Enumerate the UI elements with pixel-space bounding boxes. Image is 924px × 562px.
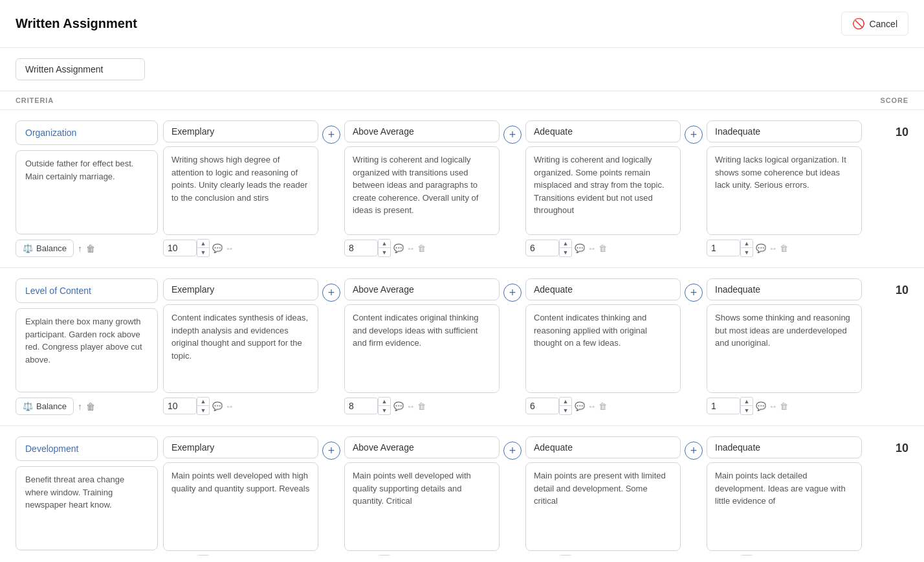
score-input[interactable] — [525, 398, 559, 414]
score-input[interactable] — [344, 240, 378, 256]
add-rating-button-2[interactable]: + — [503, 442, 522, 460]
criteria-name-box: Organization — [16, 120, 158, 145]
score-stepper: ▲ ▼ — [740, 555, 753, 556]
rating-description: Content indicates thinking and reasoning… — [525, 304, 681, 393]
comment-icon[interactable]: 💬 — [393, 401, 404, 411]
trash-icon[interactable]: 🗑 — [86, 243, 95, 254]
arrows-icon[interactable]: ↔ — [225, 243, 234, 253]
criteria-cell-level-of-content: Level of Content Explain there box many … — [16, 278, 158, 415]
delete-rating-icon[interactable]: 🗑 — [780, 401, 788, 411]
stepper-down[interactable]: ▼ — [378, 406, 391, 415]
rating-description: Writing is coherent and logically organi… — [525, 146, 681, 235]
delete-rating-icon[interactable]: 🗑 — [599, 401, 607, 411]
stepper-up[interactable]: ▲ — [378, 555, 391, 556]
score-input[interactable] — [707, 240, 740, 256]
rating-card-above-average: Above Average Main points well developed… — [344, 436, 500, 556]
add-rating-button-1[interactable]: + — [322, 126, 340, 144]
score-stepper: ▲ ▼ — [559, 555, 572, 556]
criterion-row-development: Development Benefit threat area change w… — [0, 426, 924, 556]
stepper-down[interactable]: ▼ — [197, 406, 210, 415]
rating-header: Adequate — [525, 436, 681, 458]
add-rating-button-2[interactable]: + — [503, 284, 522, 302]
rating-header: Inadequate — [707, 278, 862, 300]
criteria-name: Development — [25, 444, 79, 454]
stepper-up[interactable]: ▲ — [559, 239, 572, 248]
stepper-up[interactable]: ▲ — [559, 555, 572, 556]
arrows-icon[interactable]: ↔ — [588, 401, 596, 411]
arrows-icon[interactable]: ↔ — [769, 401, 777, 411]
delete-rating-icon[interactable]: 🗑 — [599, 243, 607, 253]
add-rating-button-2[interactable]: + — [503, 126, 522, 144]
rating-description: Writing lacks logical organization. It s… — [707, 146, 862, 235]
stepper-up[interactable]: ▲ — [378, 397, 391, 406]
comment-icon[interactable]: 💬 — [575, 401, 585, 411]
add-rating-button-3[interactable]: + — [685, 442, 703, 460]
score-input-group: ▲ ▼ — [344, 239, 391, 257]
score-stepper: ▲ ▼ — [559, 397, 572, 415]
score-input[interactable] — [163, 398, 197, 414]
comment-icon[interactable]: 💬 — [212, 243, 223, 253]
rating-header: Exemplary — [163, 436, 318, 458]
rating-description: Main points are present with limited det… — [525, 462, 681, 551]
stepper-down[interactable]: ▼ — [559, 406, 572, 415]
score-stepper: ▲ ▼ — [378, 555, 391, 556]
stepper-up[interactable]: ▲ — [197, 397, 210, 406]
balance-button[interactable]: ⚖️ Balance — [16, 240, 74, 257]
delete-rating-icon[interactable]: 🗑 — [780, 243, 788, 253]
score-stepper: ▲ ▼ — [740, 239, 753, 257]
comment-icon[interactable]: 💬 — [575, 243, 585, 253]
score-input[interactable] — [707, 398, 740, 414]
arrows-icon[interactable]: ↔ — [588, 243, 596, 253]
stepper-down[interactable]: ▼ — [740, 406, 753, 415]
criteria-actions: ⚖️ Balance ↑ 🗑 — [16, 398, 158, 415]
delete-rating-icon[interactable]: 🗑 — [417, 243, 426, 253]
stepper-up[interactable]: ▲ — [740, 397, 753, 406]
stepper-up[interactable]: ▲ — [197, 239, 210, 248]
rating-actions: ▲ ▼ 💬 ↔ 🗑 — [344, 555, 500, 556]
comment-icon[interactable]: 💬 — [756, 401, 766, 411]
delete-rating-icon[interactable]: 🗑 — [417, 401, 426, 411]
add-rating-button-3[interactable]: + — [685, 126, 703, 144]
score-input[interactable] — [163, 240, 197, 256]
arrows-icon[interactable]: ↔ — [406, 401, 415, 411]
arrows-icon[interactable]: ↔ — [225, 401, 234, 411]
rating-actions: ▲ ▼ 💬 ↔ — [163, 555, 318, 556]
stepper-down[interactable]: ▼ — [559, 248, 572, 257]
stepper-up[interactable]: ▲ — [559, 397, 572, 406]
rating-actions: ▲ ▼ 💬 ↔ 🗑 — [707, 239, 862, 257]
trash-icon[interactable]: 🗑 — [86, 401, 95, 412]
comment-icon[interactable]: 💬 — [212, 401, 223, 411]
stepper-down[interactable]: ▼ — [740, 248, 753, 257]
up-arrow-icon[interactable]: ↑ — [78, 401, 82, 412]
stepper-down[interactable]: ▼ — [378, 248, 391, 257]
comment-icon[interactable]: 💬 — [756, 243, 766, 253]
stepper-down[interactable]: ▼ — [197, 248, 210, 257]
rating-actions: ▲ ▼ 💬 ↔ 🗑 — [344, 239, 500, 257]
add-rating-button-1[interactable]: + — [322, 442, 340, 460]
score-cell: 10 — [876, 436, 908, 556]
rating-header: Above Average — [344, 120, 500, 142]
stepper-up[interactable]: ▲ — [740, 239, 753, 248]
rating-card-adequate: Adequate Content indicates thinking and … — [525, 278, 681, 415]
stepper-up[interactable]: ▲ — [740, 555, 753, 556]
cancel-button[interactable]: 🚫 Cancel — [841, 12, 908, 36]
arrows-icon[interactable]: ↔ — [406, 243, 415, 253]
balance-button[interactable]: ⚖️ Balance — [16, 398, 74, 415]
arrows-icon[interactable]: ↔ — [769, 243, 777, 253]
rating-card-above-average: Above Average Writing is coherent and lo… — [344, 120, 500, 257]
score-input[interactable] — [525, 240, 559, 256]
score-stepper: ▲ ▼ — [378, 239, 391, 257]
rating-card-exemplary: Exemplary Content indicates synthesis of… — [163, 278, 318, 415]
score-input[interactable] — [344, 398, 378, 414]
ratings-area: Exemplary Content indicates synthesis of… — [163, 278, 871, 415]
add-rating-button-3[interactable]: + — [685, 284, 703, 302]
stepper-up[interactable]: ▲ — [378, 239, 391, 248]
comment-icon[interactable]: 💬 — [393, 243, 404, 253]
up-arrow-icon[interactable]: ↑ — [78, 243, 82, 254]
stepper-up[interactable]: ▲ — [197, 555, 210, 556]
add-rating-button-1[interactable]: + — [322, 284, 340, 302]
ratings-area: Exemplary Writing shows high degree of a… — [163, 120, 871, 257]
criteria-name-box: Development — [16, 436, 158, 461]
score-stepper: ▲ ▼ — [559, 239, 572, 257]
assignment-name-input[interactable] — [16, 58, 145, 80]
